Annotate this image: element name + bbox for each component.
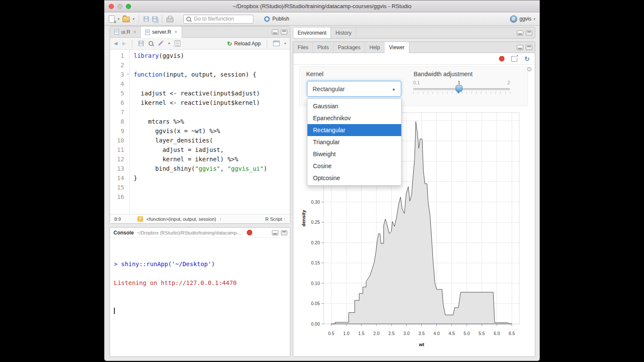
- kernel-option[interactable]: Biweight: [307, 148, 401, 160]
- console-caret: [114, 308, 115, 314]
- publish-button[interactable]: Publish: [264, 16, 289, 22]
- save-icon[interactable]: [138, 41, 144, 46]
- svg-text:0.5: 0.5: [328, 331, 334, 336]
- reload-icon: ↻: [227, 41, 232, 47]
- save-all-icon[interactable]: [152, 16, 158, 22]
- console-working-directory: ~/Dropbox (RStudio)/RStudio/training/dat…: [137, 230, 244, 235]
- slider-ticks: [413, 92, 510, 94]
- viewer-tabstrip: Files Plots Packages Help Viewer: [293, 42, 535, 53]
- compile-report-icon[interactable]: [175, 40, 180, 47]
- code-tools-icon[interactable]: [158, 41, 164, 46]
- goto-file-input[interactable]: [193, 15, 250, 22]
- search-icon: [186, 17, 191, 21]
- r-project-icon: R: [510, 15, 517, 23]
- close-icon[interactable]: ×: [133, 29, 136, 35]
- file-type-selector[interactable]: R Script: [265, 217, 282, 222]
- goto-file-search[interactable]: [183, 15, 253, 24]
- toolbar-separator: [139, 15, 139, 23]
- chevron-up-icon: ▲: [392, 87, 396, 91]
- kernel-option[interactable]: Cosine: [307, 160, 401, 172]
- minimize-pane-button[interactable]: [517, 45, 523, 50]
- tab-history[interactable]: History: [331, 27, 356, 38]
- console-body[interactable]: > shiny::runApp('~/Desktop') Listening o…: [110, 238, 290, 356]
- refresh-icon[interactable]: ↻: [524, 56, 530, 62]
- scope-selector[interactable]: <function>(input, output, session): [146, 217, 216, 222]
- filetype-updown-icon: ↕: [284, 217, 286, 221]
- console-title[interactable]: Console: [113, 230, 134, 236]
- svg-text:0.00: 0.00: [311, 321, 320, 326]
- source-pane: ui.R × server.R × ◀ ▶ ▾ ↻ Re: [110, 26, 290, 224]
- open-recent-dropdown-caret[interactable]: ▾: [133, 17, 134, 21]
- console-pane: Console ~/Dropbox (RStudio)/RStudio/trai…: [110, 227, 290, 357]
- svg-text:0.30: 0.30: [311, 199, 320, 205]
- print-icon[interactable]: [167, 18, 173, 22]
- editor-code[interactable]: library(ggvis) function(input, output, s…: [130, 50, 267, 214]
- tab-environment[interactable]: Environment: [293, 27, 331, 39]
- minimize-pane-button[interactable]: [517, 30, 523, 36]
- kernel-option[interactable]: Optcosine: [307, 172, 401, 184]
- find-replace-icon[interactable]: [149, 41, 153, 46]
- kernel-option[interactable]: Epanechnikov: [307, 112, 401, 124]
- kernel-option[interactable]: Triangular: [307, 136, 401, 148]
- publish-icon: [264, 16, 270, 22]
- tab-files[interactable]: Files: [293, 42, 313, 53]
- tab-ui-r[interactable]: ui.R ×: [110, 27, 141, 37]
- close-icon[interactable]: ×: [174, 29, 177, 35]
- gear-icon[interactable]: ⚙: [527, 65, 532, 73]
- code-editor[interactable]: 123▾45678910111213141516 library(ggvis) …: [110, 50, 290, 214]
- cursor-position: 8:9: [114, 217, 134, 222]
- stop-app-icon[interactable]: [499, 56, 504, 62]
- bandwidth-label: Bandwidth adjustment: [414, 71, 473, 77]
- open-in-new-window-icon[interactable]: [511, 56, 517, 62]
- function-scope-icon: f: [137, 216, 143, 222]
- save-icon[interactable]: [143, 16, 149, 22]
- svg-text:1.0: 1.0: [343, 331, 349, 336]
- stop-icon[interactable]: [247, 230, 252, 235]
- tab-label: Files: [298, 45, 308, 50]
- window-title: ~/Dropbox (RStudio)/RStudio/training/dat…: [233, 3, 411, 9]
- back-icon[interactable]: ◀: [114, 41, 117, 46]
- rstudio-window: ~/Dropbox (RStudio)/RStudio/training/dat…: [104, 0, 540, 361]
- svg-text:density: density: [301, 210, 306, 226]
- maximize-pane-button[interactable]: [526, 45, 532, 50]
- tab-plots[interactable]: Plots: [313, 42, 334, 53]
- new-file-dropdown-caret[interactable]: ▾: [118, 17, 119, 21]
- tab-viewer[interactable]: Viewer: [385, 42, 409, 53]
- maximize-pane-button[interactable]: [281, 30, 287, 35]
- source-menu-caret[interactable]: ▾: [284, 42, 286, 45]
- console-header: Console ~/Dropbox (RStudio)/RStudio/trai…: [110, 228, 290, 238]
- project-menu[interactable]: R ggvis ▾: [510, 12, 535, 25]
- tab-label: Viewer: [389, 45, 404, 50]
- tab-server-r[interactable]: server.R ×: [141, 27, 182, 38]
- kernel-option[interactable]: Gaussian: [307, 100, 401, 112]
- svg-text:0.10: 0.10: [311, 281, 320, 286]
- code-tools-caret[interactable]: ▾: [168, 42, 170, 45]
- maximize-pane-button[interactable]: [526, 30, 532, 36]
- slider-handle[interactable]: [456, 85, 462, 92]
- reload-app-button[interactable]: ↻ Reload App: [227, 41, 261, 47]
- editor-toolbar: ◀ ▶ ▾ ↻ Reload App ▾: [110, 38, 290, 50]
- open-file-icon[interactable]: [122, 17, 130, 22]
- kernel-label: Kernel: [306, 71, 323, 77]
- kernel-option[interactable]: Rectangular: [307, 124, 401, 136]
- maximize-pane-button[interactable]: [281, 230, 287, 235]
- kernel-select[interactable]: Rectangular ▲: [307, 81, 401, 97]
- forward-icon[interactable]: ▶: [122, 41, 125, 46]
- source-tabstrip: ui.R × server.R ×: [110, 27, 290, 38]
- minimize-pane-button[interactable]: [272, 230, 278, 235]
- close-window-button[interactable]: [109, 4, 114, 9]
- new-file-icon[interactable]: [109, 15, 115, 23]
- svg-text:3.0: 3.0: [403, 331, 410, 336]
- scope-updown-icon: ↕: [220, 217, 222, 221]
- zoom-window-button[interactable]: [126, 4, 131, 9]
- minimize-window-button[interactable]: [117, 4, 122, 9]
- tab-label: ui.R: [121, 29, 130, 35]
- editor-statusbar: 8:9 f <function>(input, output, session)…: [110, 214, 290, 223]
- source-menu-icon[interactable]: [273, 41, 280, 46]
- tab-packages[interactable]: Packages: [334, 42, 365, 53]
- tab-help[interactable]: Help: [365, 42, 385, 53]
- svg-text:4.5: 4.5: [449, 331, 455, 336]
- bandwidth-slider[interactable]: 0.1 1 2: [413, 80, 510, 99]
- minimize-pane-button[interactable]: [272, 30, 278, 35]
- tab-label: Plots: [317, 45, 329, 50]
